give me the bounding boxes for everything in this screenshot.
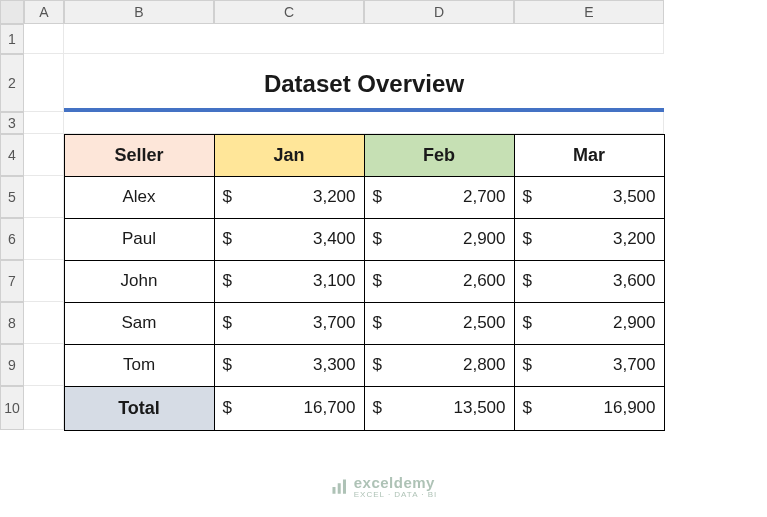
- row-header-1[interactable]: 1: [0, 24, 24, 54]
- mar-value[interactable]: $2,900: [514, 302, 665, 345]
- cell-b3-e3[interactable]: [64, 112, 664, 134]
- svg-rect-1: [337, 483, 340, 494]
- jan-value[interactable]: $3,400: [214, 218, 365, 261]
- mar-value[interactable]: $3,200: [514, 218, 665, 261]
- seller-name[interactable]: John: [64, 260, 215, 303]
- cell-a10[interactable]: [24, 386, 64, 430]
- row-header-5[interactable]: 5: [0, 176, 24, 218]
- watermark-brand: exceldemy: [354, 474, 435, 491]
- currency-symbol: $: [523, 398, 532, 418]
- amount: 2,500: [463, 313, 506, 333]
- table-row: Alex $3,200 $2,700 $3,500: [64, 176, 664, 218]
- total-feb[interactable]: $13,500: [364, 386, 515, 431]
- row-header-3[interactable]: 3: [0, 112, 24, 134]
- cell-a2[interactable]: [24, 54, 64, 112]
- header-feb[interactable]: Feb: [364, 134, 515, 177]
- total-mar[interactable]: $16,900: [514, 386, 665, 431]
- currency-symbol: $: [223, 229, 232, 249]
- header-seller[interactable]: Seller: [64, 134, 215, 177]
- svg-rect-0: [332, 487, 335, 494]
- cell-a5[interactable]: [24, 176, 64, 218]
- bar-chart-icon: [330, 478, 348, 496]
- cell-a1[interactable]: [24, 24, 64, 54]
- amount: 3,200: [313, 187, 356, 207]
- jan-value[interactable]: $3,100: [214, 260, 365, 303]
- cell-a6[interactable]: [24, 218, 64, 260]
- feb-value[interactable]: $2,500: [364, 302, 515, 345]
- row-header-9[interactable]: 9: [0, 344, 24, 386]
- amount: 13,500: [454, 398, 506, 418]
- currency-symbol: $: [373, 355, 382, 375]
- mar-value[interactable]: $3,500: [514, 176, 665, 219]
- header-jan[interactable]: Jan: [214, 134, 365, 177]
- feb-value[interactable]: $2,600: [364, 260, 515, 303]
- row-header-6[interactable]: 6: [0, 218, 24, 260]
- svg-rect-2: [342, 479, 345, 493]
- amount: 16,700: [304, 398, 356, 418]
- jan-value[interactable]: $3,300: [214, 344, 365, 387]
- currency-symbol: $: [223, 398, 232, 418]
- seller-name[interactable]: Alex: [64, 176, 215, 219]
- amount: 2,800: [463, 355, 506, 375]
- feb-value[interactable]: $2,900: [364, 218, 515, 261]
- total-label[interactable]: Total: [64, 386, 215, 431]
- table-row: John $3,100 $2,600 $3,600: [64, 260, 664, 302]
- currency-symbol: $: [523, 313, 532, 333]
- jan-value[interactable]: $3,700: [214, 302, 365, 345]
- amount: 3,500: [613, 187, 656, 207]
- cell-a7[interactable]: [24, 260, 64, 302]
- cell-a9[interactable]: [24, 344, 64, 386]
- currency-symbol: $: [523, 355, 532, 375]
- currency-symbol: $: [373, 313, 382, 333]
- currency-symbol: $: [523, 271, 532, 291]
- amount: 2,600: [463, 271, 506, 291]
- row-header-7[interactable]: 7: [0, 260, 24, 302]
- amount: 2,900: [613, 313, 656, 333]
- cell-a3[interactable]: [24, 112, 64, 134]
- jan-value[interactable]: $3,200: [214, 176, 365, 219]
- seller-name[interactable]: Sam: [64, 302, 215, 345]
- currency-symbol: $: [373, 271, 382, 291]
- row-header-2[interactable]: 2: [0, 54, 24, 112]
- mar-value[interactable]: $3,600: [514, 260, 665, 303]
- col-header-c[interactable]: C: [214, 0, 364, 24]
- cell-a4[interactable]: [24, 134, 64, 176]
- col-header-d[interactable]: D: [364, 0, 514, 24]
- watermark-tagline: EXCEL · DATA · BI: [354, 491, 438, 499]
- amount: 16,900: [604, 398, 656, 418]
- watermark: exceldemy EXCEL · DATA · BI: [330, 474, 438, 499]
- currency-symbol: $: [223, 313, 232, 333]
- amount: 3,700: [313, 313, 356, 333]
- spreadsheet-grid: A B C D E 1 2 Dataset Overview 3 4 Selle…: [0, 0, 767, 430]
- data-table: Seller Jan Feb Mar Alex $3,200 $2,700 $3…: [64, 134, 664, 430]
- header-mar[interactable]: Mar: [514, 134, 665, 177]
- seller-name[interactable]: Paul: [64, 218, 215, 261]
- row-header-4[interactable]: 4: [0, 134, 24, 176]
- row-header-8[interactable]: 8: [0, 302, 24, 344]
- table-header-row: Seller Jan Feb Mar: [64, 134, 664, 176]
- total-jan[interactable]: $16,700: [214, 386, 365, 431]
- row-header-10[interactable]: 10: [0, 386, 24, 430]
- amount: 3,100: [313, 271, 356, 291]
- col-header-a[interactable]: A: [24, 0, 64, 24]
- currency-symbol: $: [373, 187, 382, 207]
- title[interactable]: Dataset Overview: [64, 54, 664, 112]
- amount: 2,700: [463, 187, 506, 207]
- mar-value[interactable]: $3,700: [514, 344, 665, 387]
- feb-value[interactable]: $2,700: [364, 176, 515, 219]
- currency-symbol: $: [223, 187, 232, 207]
- currency-symbol: $: [223, 355, 232, 375]
- amount: 3,600: [613, 271, 656, 291]
- currency-symbol: $: [373, 398, 382, 418]
- col-header-b[interactable]: B: [64, 0, 214, 24]
- feb-value[interactable]: $2,800: [364, 344, 515, 387]
- col-header-e[interactable]: E: [514, 0, 664, 24]
- amount: 3,700: [613, 355, 656, 375]
- table-row: Tom $3,300 $2,800 $3,700: [64, 344, 664, 386]
- amount: 3,400: [313, 229, 356, 249]
- seller-name[interactable]: Tom: [64, 344, 215, 387]
- cell-a8[interactable]: [24, 302, 64, 344]
- select-all-corner[interactable]: [0, 0, 24, 24]
- cell-b1-e1[interactable]: [64, 24, 664, 54]
- currency-symbol: $: [523, 187, 532, 207]
